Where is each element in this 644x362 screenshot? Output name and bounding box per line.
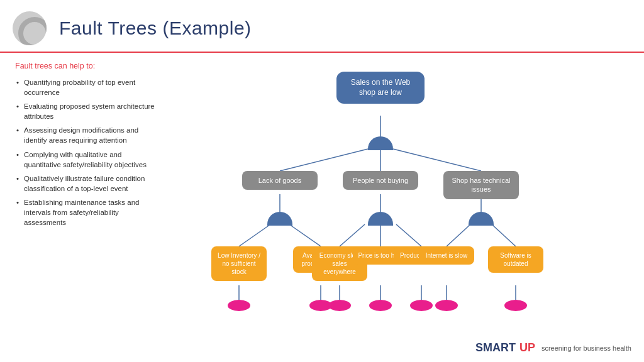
svg-line-5 bbox=[239, 224, 270, 246]
svg-line-12 bbox=[447, 224, 470, 246]
oval-1 bbox=[228, 300, 250, 311]
gate-right bbox=[469, 212, 494, 226]
list-item: Complying with qualitative and quantitat… bbox=[15, 148, 157, 172]
leaf-node-7: Software is outdated bbox=[488, 246, 543, 273]
left-panel: Fault trees can help to: Quantifying pro… bbox=[0, 53, 170, 362]
svg-line-6 bbox=[289, 224, 321, 246]
mid-node-1: Lack of goods bbox=[242, 171, 318, 190]
brand-smart: SMART bbox=[475, 341, 516, 354]
list-item: Establishing maintenance tasks and inter… bbox=[15, 195, 157, 229]
main-content: Fault trees can help to: Quantifying pro… bbox=[0, 53, 644, 362]
svg-line-3 bbox=[393, 149, 481, 171]
oval-4 bbox=[369, 300, 392, 311]
bullet-list: Quantifying probability of top event occ… bbox=[15, 75, 157, 229]
oval-5 bbox=[410, 300, 433, 311]
svg-line-8 bbox=[340, 224, 365, 246]
intro-text: Fault trees can help to: bbox=[15, 62, 157, 70]
header: Fault Trees (Example) bbox=[0, 0, 644, 53]
top-node: Sales on the Web shop are low bbox=[336, 72, 425, 104]
oval-7 bbox=[504, 300, 527, 311]
oval-3 bbox=[328, 300, 351, 311]
mid-node-3: Shop has technical issues bbox=[443, 171, 519, 199]
branding: SMART UP screening for business health bbox=[475, 341, 631, 354]
list-item: Quantifying probability of top event occ… bbox=[15, 75, 157, 99]
gate-left bbox=[267, 212, 292, 226]
gate-mid bbox=[368, 212, 393, 226]
leaf-node-6: Internet is slow bbox=[419, 246, 474, 265]
tree-panel: Sales on the Web shop are low Lack of go… bbox=[170, 53, 644, 362]
list-item: Assessing design modifications and ident… bbox=[15, 123, 157, 147]
gate-top bbox=[368, 136, 393, 150]
logo-circle bbox=[13, 11, 47, 45]
brand-sub: screening for business health bbox=[541, 344, 631, 352]
svg-line-13 bbox=[492, 224, 516, 246]
list-item: Qualitatively illustrate failure conditi… bbox=[15, 172, 157, 195]
svg-line-1 bbox=[280, 149, 368, 171]
oval-6 bbox=[435, 300, 458, 311]
leaf-node-1: Low Inventory / no sufficient stock bbox=[211, 246, 267, 281]
svg-line-10 bbox=[396, 224, 421, 246]
page-title: Fault Trees (Example) bbox=[59, 18, 252, 39]
brand-up: UP bbox=[519, 341, 535, 354]
list-item: Evaluating proposed system architecture … bbox=[15, 99, 157, 123]
mid-node-2: People not buying bbox=[343, 171, 418, 190]
